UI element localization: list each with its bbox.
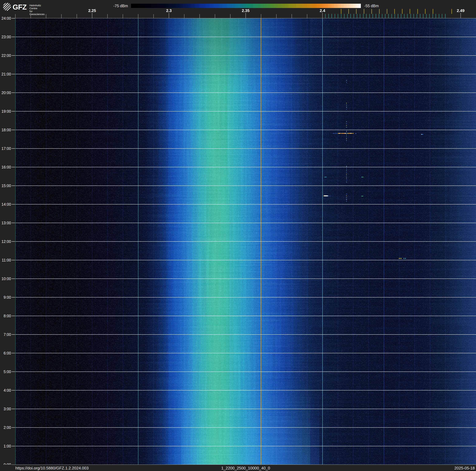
comb-tick-teal: [398, 14, 398, 18]
time-tick: [12, 446, 15, 446]
comb-tick-teal: [338, 14, 338, 18]
freq-minor-tick: [184, 14, 184, 18]
freq-major-tick: [92, 13, 92, 18]
freq-minor-tick: [15, 14, 16, 18]
comb-tick-teal: [373, 14, 373, 18]
time-tick: [12, 372, 15, 372]
hour-gridline: [15, 37, 476, 37]
intermittent-dot: [346, 109, 347, 109]
comb-tick-yellow: [341, 9, 341, 14]
comb-tick-teal: [442, 14, 442, 18]
doi-link[interactable]: https://doi.org/10.5880/GFZ.1.2.2024.003: [15, 466, 89, 471]
intermittent-dot: [346, 107, 347, 108]
comb-tick-teal: [385, 14, 385, 18]
time-tick-label: 12:00: [0, 239, 11, 244]
freq-major-tick: [322, 13, 323, 18]
comb-tick-teal: [404, 14, 405, 18]
intermittent-dot: [346, 140, 347, 141]
comb-tick-teal: [350, 14, 351, 18]
transient-burst: [324, 177, 327, 177]
time-tick: [12, 334, 15, 335]
time-tick-label: 18:00: [0, 127, 11, 132]
intermittent-dot: [346, 131, 347, 132]
freq-minor-tick: [200, 14, 200, 18]
time-tick-label: 15:00: [0, 183, 11, 188]
spectrogram-page: { "page": {"background": "#242424"}, "he…: [0, 0, 476, 471]
time-tick-label: 19:00: [0, 109, 11, 114]
comb-tick-teal: [366, 14, 367, 18]
time-tick: [12, 316, 15, 316]
freq-minor-tick: [230, 14, 230, 18]
freq-major-tick: [246, 13, 246, 18]
time-tick-label: 8:00: [0, 314, 11, 318]
date-label: 2025-05-18: [399, 466, 475, 471]
comb-tick-teal: [376, 14, 376, 18]
time-tick: [12, 92, 15, 93]
time-tick-label: 3:00: [0, 407, 11, 411]
freq-minor-tick: [46, 14, 46, 18]
hour-gridline: [15, 185, 476, 186]
spectrogram-plot: [15, 18, 476, 465]
hour-gridline: [15, 55, 476, 56]
comb-tick-teal: [360, 14, 360, 18]
comb-tick-yellow: [364, 9, 364, 14]
comb-tick-teal: [332, 14, 332, 18]
time-tick: [12, 353, 15, 353]
hour-gridline: [15, 130, 476, 130]
hour-gridline: [15, 204, 476, 204]
freq-tick-label: 2.3: [158, 8, 180, 13]
time-tick-label: 24:00: [0, 16, 11, 21]
intermittent-dot: [346, 121, 347, 122]
hour-gridline: [15, 260, 476, 260]
time-tick: [12, 55, 15, 56]
intermittent-dot: [346, 199, 347, 200]
transient-burst: [333, 133, 338, 134]
hour-gridline: [15, 353, 476, 353]
time-tick: [12, 427, 15, 428]
intermittent-dot: [346, 179, 347, 180]
freq-tick-label: 2.49: [450, 8, 471, 13]
transient-burst: [329, 196, 331, 196]
time-tick-label: 17:00: [0, 146, 11, 151]
intermittent-dot: [346, 105, 347, 106]
comb-tick-teal: [388, 14, 389, 18]
intermittent-dot: [346, 170, 347, 171]
transient-burst: [323, 195, 328, 196]
time-tick: [12, 390, 15, 390]
freq-minor-tick: [61, 14, 62, 18]
colorbar-max-label: -55 dBm: [364, 4, 379, 8]
hour-gridline: [15, 111, 476, 111]
freq-tick-label: 2.4: [312, 8, 333, 13]
comb-tick-teal: [433, 14, 433, 18]
comb-tick-teal: [335, 14, 335, 18]
intermittent-dot: [346, 168, 347, 169]
intermittent-dot: [346, 194, 347, 195]
freq-minor-tick: [261, 14, 261, 18]
time-tick-label: 6:00: [0, 351, 11, 355]
comb-tick-teal: [363, 14, 363, 18]
intermittent-dot: [346, 80, 347, 81]
hour-gridline: [15, 316, 476, 316]
freq-minor-tick: [153, 14, 154, 18]
freq-minor-tick: [123, 14, 123, 18]
hour-gridline: [15, 334, 476, 335]
time-tick-label: 1:00: [0, 444, 11, 448]
time-tick-label: 14:00: [0, 202, 11, 207]
hour-gridline: [15, 148, 476, 149]
comb-tick-teal: [429, 14, 430, 18]
hour-gridline: [15, 223, 476, 223]
intermittent-dot: [346, 176, 347, 177]
time-tick-label: 4:00: [0, 388, 11, 393]
comb-tick-teal: [344, 14, 344, 18]
intermittent-dot: [346, 172, 347, 173]
intermittent-dot: [346, 136, 347, 137]
intermittent-dot: [346, 134, 347, 135]
hour-gridline: [15, 372, 476, 372]
intermittent-dot: [346, 178, 347, 179]
intermittent-dot: [346, 133, 347, 134]
time-tick: [12, 111, 15, 111]
freq-minor-tick: [276, 14, 276, 18]
comb-tick-teal: [354, 14, 354, 18]
time-tick: [12, 74, 15, 74]
intermittent-dot: [346, 127, 347, 128]
